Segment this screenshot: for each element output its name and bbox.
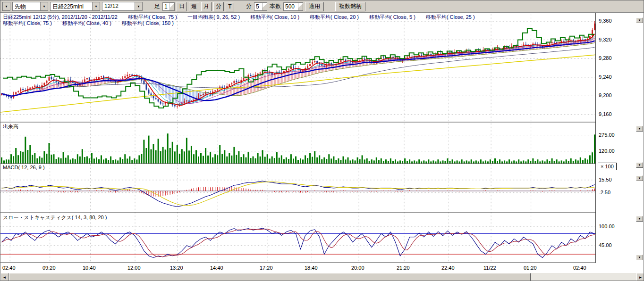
macd-pane-title: MACD( 12, 26, 9 )	[3, 165, 45, 170]
legend-item: 移動平均( Close, 5 )	[369, 14, 415, 20]
multi-symbol-button[interactable]: 複数銘柄	[335, 2, 365, 11]
period-minute-button[interactable]: 分	[213, 2, 224, 11]
volume-pane-scroll-button[interactable]: ▼	[636, 162, 643, 168]
scrollbar-track[interactable]	[8, 273, 636, 281]
legend-item: 日経225mini 12/12 (5分), 2012/11/20 - 2012/…	[3, 14, 118, 20]
chevron-down-icon: ▼	[92, 2, 100, 10]
axis-label: 9,320	[599, 37, 612, 42]
period-tick-button[interactable]: T	[226, 2, 234, 11]
contract-value: 12/12	[102, 2, 135, 10]
value-axis-column: × 100 9,3609,3209,2809,2409,2009,160275.…	[596, 13, 635, 263]
volume-multiplier-badge: × 100	[598, 163, 617, 170]
scrollbar-thumb[interactable]	[9, 273, 531, 281]
legend-item: 移動平均( Close, 150 )	[122, 20, 174, 26]
spinner-handle-icon[interactable]	[169, 3, 174, 10]
axis-label: 9,240	[599, 74, 612, 80]
symbol-value: 日経225mini	[51, 2, 92, 10]
time-axis-label: 01:20	[524, 265, 537, 271]
chart-canvas[interactable]	[0, 13, 596, 263]
legend-item: 移動平均( Close, 40 )	[62, 20, 111, 26]
axis-label: 45.00	[599, 242, 612, 248]
axis-label: 120.00	[599, 148, 615, 154]
scroll-right-button[interactable]: ►	[636, 273, 644, 281]
legend-item: 移動平均( Close, 75 )	[128, 14, 177, 20]
axis-label: 9,200	[599, 92, 612, 98]
period-month-button[interactable]: 月	[201, 2, 212, 11]
scroll-left-button[interactable]: ◄	[0, 273, 8, 281]
chevron-down-icon: ▼	[135, 2, 142, 10]
spinner-handle-icon[interactable]	[298, 3, 303, 10]
legend-item: 移動平均( Close, 20 )	[310, 14, 359, 20]
axis-label: 15.50	[599, 177, 612, 182]
time-axis-label: 02:40	[2, 265, 16, 271]
minute-label: 分	[246, 2, 252, 10]
legend-item: 一目均衡表( 9, 26, 52 )	[187, 14, 240, 20]
stoch-pane-collapse-button[interactable]: ▼	[636, 216, 643, 222]
time-axis-label: 21:20	[397, 265, 410, 271]
horizontal-scrollbar[interactable]: ◄ ►	[0, 273, 644, 281]
time-axis-label: 11/22	[483, 265, 496, 271]
spinner-handle-icon[interactable]	[262, 3, 267, 10]
axis-label: 9,280	[599, 55, 612, 61]
time-axis-label: 10:40	[83, 265, 96, 271]
bar-interval-input[interactable]: 1	[162, 2, 175, 11]
time-axis-label: 17:20	[260, 265, 273, 271]
legend-item: 移動平均( Close, 25 )	[426, 14, 475, 20]
time-axis-label: 09:20	[42, 265, 56, 271]
volume-pane-title: 出来高	[3, 123, 18, 130]
chart-preset-dropdown[interactable]: ▼	[2, 2, 10, 11]
time-axis-label: 02:40	[573, 265, 586, 271]
symbol-dropdown[interactable]: 日経225mini ▼	[50, 2, 100, 11]
chart-plot-area[interactable]: 日経225mini 12/12 (5分), 2012/11/20 - 2012/…	[0, 13, 596, 263]
axis-label: 275.00	[599, 132, 615, 138]
axis-label: 9,360	[599, 18, 612, 24]
bar-count-label: 本数	[270, 2, 281, 10]
stoch-pane-scroll-button[interactable]: ▼	[636, 255, 643, 260]
minute-value-input[interactable]: 5	[254, 2, 267, 11]
axis-label: 100.00	[599, 223, 615, 229]
toolbar: ▼ 先物 ▼ 日経225mini ▼ 12/12 ▼ 足 1 日 週 月 分 T…	[0, 0, 644, 13]
time-axis-label: 18:40	[305, 265, 318, 271]
axis-label: 9,160	[599, 111, 612, 117]
volume-pane-collapse-button[interactable]: ▼	[636, 126, 643, 132]
time-axis-label: 14:40	[210, 265, 223, 271]
macd-pane-collapse-button[interactable]: ▼	[636, 175, 643, 181]
chart-application-window: ▼ 先物 ▼ 日経225mini ▼ 12/12 ▼ 足 1 日 週 月 分 T…	[0, 0, 644, 281]
bar-count-input[interactable]: 500	[283, 2, 303, 11]
time-axis-label: 13:20	[170, 265, 183, 271]
chevron-down-icon: ▼	[40, 2, 48, 10]
right-arrow-icon: ►	[639, 275, 643, 280]
left-arrow-icon: ◄	[3, 275, 7, 280]
period-day-button[interactable]: 日	[177, 2, 187, 11]
time-axis: 02:4009:2010:4012:0013:2014:4017:2018:40…	[0, 264, 596, 273]
axis-label: -2.50	[599, 190, 610, 195]
stochastics-pane-title: スロー・ストキャスティクス( 14, 3, 80, 20 )	[3, 214, 107, 221]
time-axis-label: 20:00	[351, 265, 364, 271]
contract-month-dropdown[interactable]: 12/12 ▼	[102, 2, 143, 11]
legend-item: 移動平均( Close, 10 )	[250, 14, 299, 20]
time-axis-label: 12:00	[127, 265, 141, 271]
bar-type-label: 足	[154, 2, 160, 10]
apply-button[interactable]: 適用	[305, 2, 324, 11]
pane-button-gutter: ▼ ▼ ▼ ▼ ▼ ▼	[635, 13, 644, 263]
legend-item: 移動平均( Close, 75 )	[3, 20, 52, 26]
category-value: 先物	[13, 2, 40, 10]
chart-region: 日経225mini 12/12 (5分), 2012/11/20 - 2012/…	[0, 13, 644, 264]
chevron-down-icon: ▼	[2, 2, 10, 10]
price-pane-collapse-button[interactable]: ▼	[636, 17, 643, 23]
chart-legend-line2: 移動平均( Close, 75 )移動平均( Close, 40 )移動平均( …	[3, 20, 184, 27]
period-week-button[interactable]: 週	[189, 2, 199, 11]
category-dropdown[interactable]: 先物 ▼	[12, 2, 48, 11]
time-axis-label: 22:40	[441, 265, 455, 271]
